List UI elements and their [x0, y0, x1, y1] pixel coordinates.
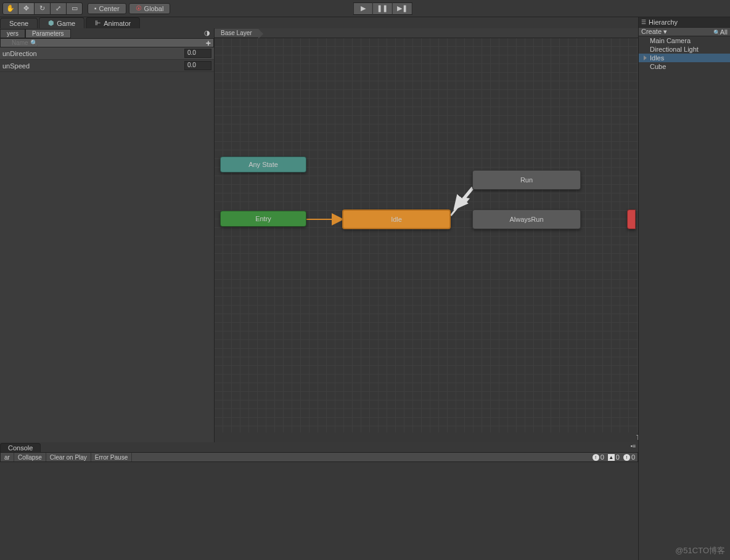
- param-name: unDirection: [2, 50, 184, 57]
- node-label: Idle: [391, 216, 402, 223]
- tab-console[interactable]: Console: [0, 443, 41, 452]
- rotate-icon: ↻: [39, 4, 45, 12]
- param-search-row: 🔍 +: [0, 38, 214, 47]
- animator-icon: ⊩: [95, 19, 101, 27]
- watermark: @51CTO博客: [675, 545, 725, 556]
- create-dropdown[interactable]: Create ▾: [641, 28, 667, 36]
- warn-counter[interactable]: ▲0: [608, 453, 620, 461]
- alwaysrun-node[interactable]: AlwaysRun: [472, 209, 581, 229]
- view-tabs: Scene ⬢Game ⊩Animator: [0, 17, 638, 28]
- warn-icon: ▲: [608, 454, 615, 461]
- panel-menu-icon[interactable]: ▪≡: [631, 443, 636, 449]
- gear-icon[interactable]: ◑: [204, 29, 210, 37]
- param-value[interactable]: 0.0: [184, 61, 211, 70]
- local-global-toggle[interactable]: ⦿Global: [129, 3, 171, 14]
- rect-tool[interactable]: ▭: [67, 2, 83, 15]
- pause-icon: ❚❚: [377, 4, 388, 12]
- exit-node-partial[interactable]: [627, 209, 636, 229]
- svg-marker-3: [462, 197, 470, 205]
- tab-scene[interactable]: Scene: [0, 18, 38, 28]
- clear-button[interactable]: ar: [1, 453, 14, 461]
- hierarchy-panel: ☰Hierarchy Create ▾ 🔍All Main Camera Dir…: [638, 17, 730, 560]
- clear-on-play-toggle[interactable]: Clear on Play: [46, 453, 91, 461]
- center-label: Center: [99, 5, 120, 12]
- entry-node[interactable]: Entry: [220, 211, 306, 227]
- any-state-node[interactable]: Any State: [220, 156, 306, 172]
- parameters-tab[interactable]: Parameters: [25, 29, 71, 38]
- idle-node[interactable]: Idle: [342, 209, 451, 229]
- hierarchy-item[interactable]: Directional Light: [639, 45, 730, 54]
- transitions: [215, 38, 638, 432]
- hierarchy-item-selected[interactable]: Idles: [639, 54, 730, 62]
- console-panel: Console ▪≡ ar Collapse Clear on Play Err…: [0, 442, 638, 560]
- game-icon: ⬢: [48, 19, 54, 27]
- layers-tab[interactable]: yers: [0, 29, 25, 38]
- tab-game[interactable]: ⬢Game: [39, 17, 84, 28]
- breadcrumb[interactable]: Base Layer: [215, 29, 258, 37]
- play-button[interactable]: ▶: [353, 2, 373, 15]
- chevron-down-icon: ▾: [663, 28, 667, 35]
- scene-label: Scene: [9, 20, 28, 27]
- info-counter[interactable]: !0: [593, 453, 604, 461]
- global-label: Global: [144, 5, 164, 12]
- hierarchy-toolbar: Create ▾ 🔍All: [639, 28, 730, 36]
- param-row[interactable]: unSpeed 0.0: [0, 60, 214, 72]
- tab-animator[interactable]: ⊩Animator: [86, 17, 140, 28]
- param-row[interactable]: unDirection 0.0: [0, 47, 214, 60]
- hierarchy-item[interactable]: Main Camera: [639, 36, 730, 45]
- collapse-toggle[interactable]: Collapse: [14, 453, 46, 461]
- node-label: Run: [520, 176, 533, 184]
- expand-arrow-icon[interactable]: [644, 55, 647, 60]
- center-icon: ▪: [94, 5, 97, 12]
- console-toolbar: ar Collapse Clear on Play Error Pause !0…: [0, 452, 638, 462]
- node-label: AlwaysRun: [509, 216, 543, 223]
- error-counter[interactable]: !0: [623, 453, 635, 461]
- params-subtabs: yers Parameters ◑: [0, 28, 214, 38]
- step-button[interactable]: ▶❚: [393, 2, 412, 15]
- run-node[interactable]: Run: [472, 170, 581, 190]
- globe-icon: ⦿: [136, 5, 142, 12]
- hierarchy-item[interactable]: Cube: [639, 62, 730, 71]
- animator-label: Animator: [104, 20, 131, 27]
- scale-icon: ⤢: [55, 4, 61, 12]
- play-controls: ▶ ❚❚ ▶❚: [353, 2, 412, 15]
- pause-button[interactable]: ❚❚: [373, 2, 393, 15]
- hierarchy-tab[interactable]: ☰Hierarchy: [639, 17, 730, 28]
- console-tabs: Console ▪≡: [0, 442, 638, 452]
- scale-tool[interactable]: ⤢: [51, 2, 67, 15]
- hand-icon: ✋: [6, 4, 15, 12]
- hierarchy-icon: ☰: [641, 19, 646, 25]
- search-icon: 🔍: [30, 39, 38, 46]
- message-counters: !0 ▲0 !0: [593, 453, 635, 461]
- node-label: Entry: [255, 215, 271, 222]
- parameters-panel: yers Parameters ◑ 🔍 + unDirection 0.0 un…: [0, 28, 215, 442]
- transform-tools: ✋ ✥ ↻ ⤢ ▭: [2, 2, 83, 15]
- hierarchy-title: Hierarchy: [649, 18, 678, 26]
- step-icon: ▶❚: [397, 4, 408, 12]
- param-value[interactable]: 0.0: [184, 49, 211, 58]
- game-label: Game: [57, 20, 75, 27]
- move-icon: ✥: [23, 4, 29, 12]
- info-icon: !: [593, 454, 599, 461]
- search-all[interactable]: 🔍All: [713, 28, 728, 36]
- play-icon: ▶: [361, 4, 366, 12]
- hand-tool[interactable]: ✋: [2, 2, 18, 15]
- error-icon: !: [623, 454, 630, 461]
- add-param-button[interactable]: +: [206, 38, 211, 48]
- main-area: yers Parameters ◑ 🔍 + unDirection 0.0 un…: [0, 28, 730, 442]
- node-label: Any State: [248, 161, 278, 168]
- error-pause-toggle[interactable]: Error Pause: [91, 453, 132, 461]
- main-toolbar: ✋ ✥ ↻ ⤢ ▭ ▪Center ⦿Global ▶ ❚❚ ▶❚: [0, 0, 730, 17]
- pivot-center-toggle[interactable]: ▪Center: [88, 3, 126, 14]
- rect-icon: ▭: [72, 4, 78, 12]
- param-name: unSpeed: [2, 62, 184, 70]
- move-tool[interactable]: ✥: [18, 2, 35, 15]
- svg-line-2: [458, 187, 472, 205]
- rotate-tool[interactable]: ↻: [35, 2, 51, 15]
